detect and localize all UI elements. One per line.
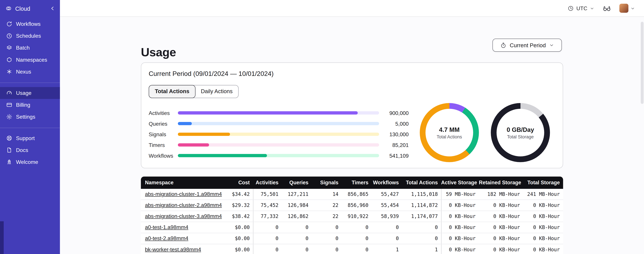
activities-cell: 75,452	[253, 200, 282, 210]
bar-track	[178, 132, 379, 136]
retained-storage-cell: 182 MB-Hour	[479, 189, 523, 200]
tab-total-actions[interactable]: Total Actions	[149, 85, 196, 98]
bar-fill	[178, 143, 209, 146]
workflows-icon	[6, 21, 12, 27]
donut-center: 0 GB/Day Total Storage	[491, 103, 550, 162]
welcome-rocket-icon	[6, 159, 12, 165]
bar-fill	[178, 122, 192, 125]
retained-storage-cell: 0 KB-Hour	[479, 211, 523, 222]
collapse-sidebar-button[interactable]	[49, 5, 56, 12]
sidebar-item-support[interactable]: Support	[0, 132, 60, 144]
period-selector-button[interactable]: Current Period	[492, 38, 562, 52]
namespace-link[interactable]: abs-migration-cluster-1.a98mm4	[145, 191, 222, 197]
total-actions-cell: 0	[402, 233, 441, 244]
cost-cell: $38.42	[227, 211, 253, 222]
bar-value: 900,000	[382, 110, 409, 116]
retained-storage-cell: 0 KB-Hour	[479, 222, 523, 233]
column-header-cost: Cost	[227, 180, 253, 186]
workflows-cell: 1	[372, 244, 402, 254]
chevron-down-icon	[590, 6, 594, 10]
bar-value: 5,000	[382, 120, 409, 127]
sidebar-item-namespaces[interactable]: Namespaces	[0, 54, 60, 66]
sidebar-item-schedules[interactable]: Schedules	[0, 30, 60, 42]
main-content: Usage Current Period Current Period (09/…	[60, 17, 644, 254]
sidebar-divider	[0, 128, 60, 128]
cost-cell: $34.42	[227, 189, 253, 200]
glasses-icon[interactable]	[602, 4, 611, 12]
column-header-namespace: Namespace	[141, 180, 227, 186]
table-row: a0-test-1.a98mm4 $0.00 0 0 0 0 0 0 0 KB-…	[141, 222, 563, 233]
total-storage-cell: 0 KB-Hour	[523, 211, 563, 222]
retained-storage-cell: 0 KB-Hour	[479, 233, 523, 244]
table-header-row: Namespace Cost Activities Queries Signal…	[141, 176, 563, 189]
sidebar-item-welcome[interactable]: Welcome	[0, 156, 60, 168]
timezone-selector[interactable]: UTC	[568, 5, 594, 12]
bar-track	[178, 154, 379, 157]
avatar	[619, 4, 628, 13]
bar-label: Timers	[149, 142, 178, 148]
vertical-scrollbar-thumb[interactable]	[641, 22, 644, 104]
clock-icon	[568, 5, 574, 12]
cost-cell: $0.00	[227, 244, 253, 254]
namespace-cell: abs-migration-cluster-3.a98mm4	[141, 211, 227, 222]
bar-fill	[178, 111, 358, 114]
actions-tab-group: Total Actions Daily Actions	[149, 85, 239, 98]
column-header-signals: Signals	[312, 180, 342, 186]
bar-track	[178, 143, 379, 146]
timezone-label: UTC	[576, 5, 587, 12]
account-menu[interactable]	[619, 4, 635, 13]
active-storage-cell: 0 KB-Hour	[441, 200, 479, 210]
sidebar-item-label: Usage	[16, 90, 32, 96]
signals-cell: 0	[312, 244, 342, 254]
sidebar-item-usage[interactable]: Usage	[0, 87, 60, 99]
total-storage-cell: 0 KB-Hour	[523, 233, 563, 244]
donut-label: Total Storage	[507, 134, 534, 139]
bar-fill	[178, 132, 230, 136]
namespace-link[interactable]: a0-test-2.a98mm4	[145, 235, 188, 242]
namespace-link[interactable]: a0-test-1.a98mm4	[145, 224, 188, 230]
sidebar: Cloud Workflows Schedules	[0, 0, 60, 254]
sidebar-scroll-indicator[interactable]	[0, 221, 4, 254]
queries-cell: 0	[282, 244, 312, 254]
activities-cell: 77,332	[253, 211, 282, 222]
bar-label: Activities	[149, 110, 178, 116]
docs-file-icon	[6, 147, 12, 153]
namespace-link[interactable]: abs-migration-cluster-2.a98mm4	[145, 202, 222, 208]
sidebar-item-nexus[interactable]: Nexus	[0, 66, 60, 78]
sidebar-item-docs[interactable]: Docs	[0, 144, 60, 156]
donut-label: Total Actions	[437, 134, 462, 139]
timers-cell: 0	[342, 244, 372, 254]
total-actions-donut-chart: 4.7 MM Total Actions	[420, 103, 479, 162]
sidebar-item-workflows[interactable]: Workflows	[0, 18, 60, 30]
signals-cell: 0	[312, 233, 342, 244]
bar-fill	[178, 154, 267, 157]
nexus-icon	[6, 68, 12, 75]
bar-row: Timers 85,201	[149, 140, 420, 150]
page-title: Usage	[141, 46, 176, 59]
billing-icon	[6, 102, 12, 108]
settings-gear-icon	[6, 114, 12, 120]
sidebar-nav-main: Workflows Schedules Batch Namespaces	[0, 17, 60, 78]
bar-track	[178, 111, 379, 114]
namespaces-icon	[6, 56, 12, 63]
chevron-down-icon	[549, 43, 554, 48]
namespace-link[interactable]: abs-migration-cluster-3.a98mm4	[145, 213, 222, 219]
signals-cell: 14	[312, 189, 342, 200]
column-header-workflows: Workflows	[372, 180, 402, 186]
queries-cell: 126,862	[282, 211, 312, 222]
namespace-cell: abs-migration-cluster-1.a98mm4	[141, 189, 227, 200]
usage-icon	[6, 90, 12, 96]
total-storage-donut-chart: 0 GB/Day Total Storage	[491, 103, 550, 162]
sidebar-item-batch[interactable]: Batch	[0, 42, 60, 54]
workflows-cell: 55,427	[372, 189, 402, 200]
sidebar-item-billing[interactable]: Billing	[0, 99, 60, 111]
temporal-logo-icon	[5, 5, 12, 12]
sidebar-item-label: Settings	[16, 114, 35, 120]
sidebar-item-settings[interactable]: Settings	[0, 111, 60, 123]
namespace-link[interactable]: bk-worker-test.a98mm4	[145, 246, 201, 252]
total-actions-cell: 1,115,018	[402, 189, 441, 200]
activities-cell: 0	[253, 222, 282, 233]
tab-daily-actions[interactable]: Daily Actions	[195, 86, 238, 98]
signals-cell: 22	[312, 200, 342, 210]
sidebar-divider	[0, 82, 60, 83]
